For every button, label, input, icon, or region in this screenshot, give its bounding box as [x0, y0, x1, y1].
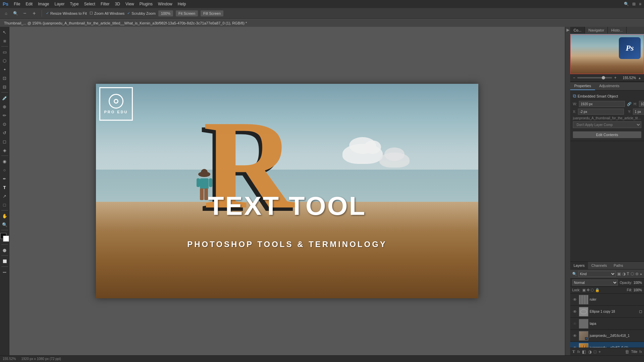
eraser-tool[interactable]: ◻: [1, 137, 9, 145]
screen-mode-tool[interactable]: ⬜: [1, 257, 9, 265]
pixel-filter-icon[interactable]: ▣: [617, 272, 621, 276]
menu-select[interactable]: Select: [84, 2, 95, 6]
zoom-all-btn[interactable]: ☐ Zoom All Windows: [90, 11, 124, 15]
color-swatches[interactable]: [0, 233, 9, 242]
arrangement-icon[interactable]: ⊞: [632, 2, 636, 6]
frame-tool[interactable]: ⊟: [1, 83, 9, 91]
scrubby-zoom-btn[interactable]: ✓ Scrubby Zoom: [127, 11, 156, 15]
smart-filter-icon[interactable]: ⊕: [635, 272, 639, 276]
layer-item-tapa[interactable]: 👁 tapa: [570, 318, 644, 330]
adj-filter-icon[interactable]: ◑: [622, 272, 626, 276]
tab-layers[interactable]: Layers: [570, 262, 588, 269]
eyedropper-tool[interactable]: 💉: [1, 94, 9, 102]
lasso-tool[interactable]: ⬡: [1, 57, 9, 65]
move-tool[interactable]: ↖: [1, 28, 9, 36]
layer-item-juan1[interactable]: 👁 ⊞ juanproedu__2df16c418_1: [570, 330, 644, 342]
lock-artboard-icon[interactable]: ⬡: [591, 288, 594, 292]
stamp-tool[interactable]: ⊙: [1, 120, 9, 128]
fill-value[interactable]: 100%: [633, 288, 642, 292]
opacity-value[interactable]: 100%: [633, 281, 642, 285]
tab-navigator[interactable]: Navigator: [585, 27, 608, 34]
nav-zoom-slider[interactable]: [577, 77, 612, 78]
blur-tool[interactable]: ◉: [1, 157, 9, 165]
menu-layer[interactable]: Layer: [55, 2, 65, 6]
tab-channels[interactable]: Channels: [588, 262, 610, 269]
layer-vis-tapa[interactable]: 👁: [572, 321, 578, 326]
background-color[interactable]: [3, 236, 9, 242]
create-text-layer-btn[interactable]: T: [572, 349, 575, 354]
gradient-tool[interactable]: ◈: [1, 146, 9, 154]
edit-contents-btn[interactable]: Edit Contents: [573, 131, 641, 138]
text-filter-icon[interactable]: T: [627, 272, 629, 276]
tab-paths[interactable]: Paths: [610, 262, 627, 269]
zoom-out-icon[interactable]: −: [21, 10, 28, 17]
dodge-tool[interactable]: ○: [1, 166, 9, 174]
y-value-input[interactable]: [633, 109, 644, 115]
hand-tool[interactable]: ✋: [1, 212, 9, 220]
menu-file[interactable]: File: [14, 2, 20, 6]
artboard-tool[interactable]: ⊞: [1, 37, 9, 45]
layer-item-ellipse[interactable]: 👁 Ellipse 1 copy 18: [570, 306, 644, 318]
layer-fx-btn[interactable]: fx: [577, 350, 580, 354]
layer-vis-juan1[interactable]: 👁: [572, 333, 578, 339]
text-tool[interactable]: T: [1, 183, 9, 191]
menu-help[interactable]: Help: [178, 2, 186, 6]
tab-history[interactable]: Histo...: [608, 27, 626, 34]
layer-item-juan2[interactable]: 👁 R ⊞ juanproedu__e0a87_0 (1): [570, 342, 644, 348]
zoom-tool[interactable]: 🔍: [1, 221, 9, 229]
layer-vis-juan2[interactable]: 👁: [572, 345, 578, 348]
marquee-tool[interactable]: ▭: [1, 48, 9, 56]
blend-mode-select[interactable]: Normal: [572, 280, 618, 286]
x-value-input[interactable]: [578, 109, 624, 115]
quick-mask-tool[interactable]: ⬤: [1, 246, 9, 254]
workspace-icon[interactable]: ≡: [639, 2, 641, 6]
menu-ps[interactable]: Ps: [3, 1, 8, 7]
menu-3d[interactable]: 3D: [115, 2, 120, 6]
create-layer-btn[interactable]: +: [598, 349, 601, 354]
layer-comp-select[interactable]: Don't Apply Layer Comp: [573, 121, 641, 128]
document-tab[interactable]: Thumbnail_... @ 156% (juanproedu_A_thumb…: [0, 19, 644, 27]
menu-view[interactable]: View: [125, 2, 134, 6]
menu-image[interactable]: Image: [38, 2, 49, 6]
shape-tool[interactable]: □: [1, 201, 9, 209]
zoom-value-btn[interactable]: 100%: [158, 10, 173, 16]
canvas-area[interactable]: R: [9, 27, 565, 355]
collapse-icon[interactable]: ◀: [566, 28, 570, 33]
shape-filter-icon[interactable]: ⬡: [631, 272, 634, 276]
filter-toggle[interactable]: ●: [640, 272, 642, 276]
layer-vis-ruler[interactable]: 👁: [572, 297, 578, 302]
tab-adjustments[interactable]: Adjustments: [595, 82, 624, 90]
h-value-input[interactable]: [639, 101, 644, 107]
fill-screen-btn[interactable]: Fill Screen: [201, 10, 223, 16]
select-subject-tool[interactable]: ✦: [1, 65, 9, 73]
search-icon[interactable]: 🔍: [624, 2, 629, 6]
layers-kind-select[interactable]: Kind: [578, 271, 616, 277]
lock-position-icon[interactable]: ✥: [587, 288, 590, 292]
layer-item-ruler[interactable]: 👁 ruler: [570, 294, 644, 306]
w-value-input[interactable]: [579, 101, 625, 107]
menu-type[interactable]: Type: [70, 2, 79, 6]
resize-windows-btn[interactable]: ✓ Resize Windows to Fit: [46, 11, 87, 15]
more-tools[interactable]: •••: [1, 268, 9, 276]
brush-tool[interactable]: ✏: [1, 111, 9, 119]
create-group-btn[interactable]: □: [594, 349, 596, 354]
menu-window[interactable]: Window: [158, 2, 172, 6]
add-mask-btn[interactable]: ◧: [582, 349, 586, 354]
menu-edit[interactable]: Edit: [25, 2, 33, 6]
create-adj-btn[interactable]: ◑: [588, 349, 592, 354]
tab-properties[interactable]: Properties: [570, 82, 595, 90]
crop-tool[interactable]: ⊡: [1, 74, 9, 82]
nav-slider-thumb[interactable]: [602, 76, 605, 79]
path-selection-tool[interactable]: ↗: [1, 192, 9, 200]
healing-tool[interactable]: ⊕: [1, 103, 9, 111]
menu-plugins[interactable]: Plugins: [140, 2, 153, 6]
lock-pixels-icon[interactable]: ▣: [582, 288, 586, 292]
lock-all-icon[interactable]: 🔒: [595, 288, 600, 292]
delete-layer-btn[interactable]: 🗑: [625, 349, 629, 354]
nav-zoom-out[interactable]: −: [573, 75, 575, 80]
tool-options-icon[interactable]: 🔍: [12, 10, 19, 17]
nav-expand[interactable]: ▲: [638, 76, 641, 80]
menu-filter[interactable]: Filter: [101, 2, 110, 6]
nav-zoom-in[interactable]: +: [614, 75, 616, 80]
zoom-in-icon[interactable]: +: [31, 10, 38, 17]
